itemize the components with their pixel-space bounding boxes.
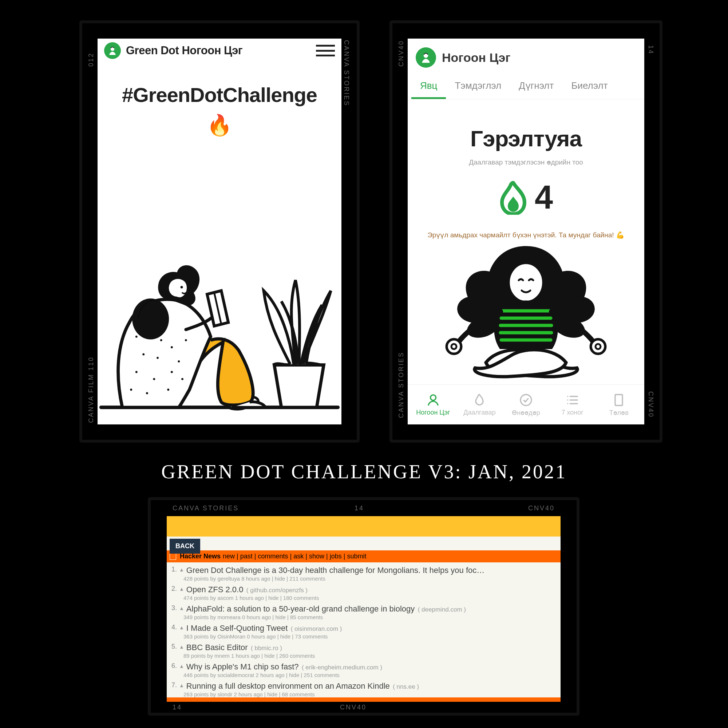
hn-story-domain[interactable]: ( deepmind.com ) (418, 606, 466, 613)
film-label: CNV40 (398, 40, 405, 67)
nav-label: 7 хоног (561, 409, 583, 416)
svg-rect-29 (615, 395, 622, 405)
film-label: CANVA FILM 110 (87, 356, 95, 423)
hn-story-title[interactable]: AlphaFold: a solution to a 50-year-old g… (187, 604, 414, 613)
hn-nav-link[interactable]: comments (258, 552, 288, 560)
tab-summary[interactable]: Дүгнэлт (510, 73, 562, 99)
hn-story-meta[interactable]: 89 points by mnem 1 hours ago | hide | 2… (169, 653, 557, 660)
nav-item-today[interactable]: Өнөөдөр (503, 393, 549, 417)
film-label: CNV40 (647, 391, 655, 418)
svg-point-22 (509, 263, 543, 302)
hn-story-title[interactable]: I Made a Self-Quoting Tweet (187, 624, 288, 633)
svg-point-15 (177, 360, 180, 362)
film-label: 14 (355, 505, 364, 512)
hn-story-row: 5. ▲ BBC Basic Editor ( bbmic.ro ) (169, 641, 557, 653)
upvote-icon[interactable]: ▲ (179, 624, 184, 630)
screenshot-hackernews: CANVA STORIES 14 CNV40 14 CNV40 BACK Hac… (148, 497, 580, 716)
hn-top-nav: Hacker News new | past | comments | ask … (167, 551, 561, 562)
upvote-icon[interactable]: ▲ (179, 643, 184, 650)
hn-story-domain[interactable]: ( nns.ee ) (393, 683, 419, 690)
hn-story-meta[interactable]: 474 points by ascom 1 hours ago | hide |… (169, 595, 557, 603)
hn-story-meta[interactable]: 363 points by OisinMoran 0 hours ago | h… (169, 633, 557, 641)
svg-point-5 (160, 339, 162, 341)
svg-point-6 (142, 353, 145, 355)
hn-rank: 2. (169, 585, 177, 593)
hn-story-meta[interactable]: 349 points by momeara 0 hours ago | hide… (169, 614, 557, 622)
hn-nav-link[interactable]: new (223, 552, 235, 560)
upvote-icon[interactable]: ▲ (179, 566, 184, 573)
screenshot-landing: CANVA FILM 110 012 CANVA STORIES Green D… (80, 20, 359, 443)
hn-story-domain[interactable]: ( erik-engheim.medium.com ) (302, 664, 382, 671)
hn-story-title[interactable]: BBC Basic Editor (187, 643, 248, 652)
hn-rank: 6. (169, 662, 177, 670)
svg-point-11 (171, 371, 173, 373)
nav-label: Даалгавар (463, 409, 496, 416)
nav-item-status[interactable]: Төлөв (595, 393, 642, 417)
hn-story-title[interactable]: Open ZFS 2.0.0 (187, 585, 243, 594)
tab-progress[interactable]: Явц (411, 73, 446, 99)
hn-story-title[interactable]: Why is Apple's M1 chip so fast? (187, 662, 299, 671)
hn-rank: 4. (169, 624, 177, 631)
hn-site-name[interactable]: Hacker News (180, 552, 220, 560)
svg-point-26 (595, 344, 601, 349)
nav-item-tasks[interactable]: Даалгавар (456, 393, 503, 416)
upvote-icon[interactable]: ▲ (179, 662, 184, 669)
nav-label: Төлөв (609, 409, 629, 417)
hn-story-meta[interactable]: 446 points by socialdemocrat 2 hours ago… (169, 672, 557, 680)
hn-nav-links: new | past | comments | ask | show | job… (223, 552, 366, 560)
hn-story-meta[interactable]: 428 points by gereltuya 8 hours ago | hi… (169, 575, 557, 583)
hn-story-row: 4. ▲ I Made a Self-Quoting Tweet ( oisin… (169, 622, 557, 633)
svg-point-27 (430, 395, 436, 401)
tab-achievement[interactable]: Биелэлт (562, 73, 616, 99)
hn-nav-link[interactable]: jobs (330, 552, 342, 560)
nav-item-week[interactable]: 7 хоног (549, 393, 596, 416)
meditation-illustration (408, 242, 644, 381)
svg-point-9 (135, 371, 138, 373)
hn-story-row: 3. ▲ AlphaFold: a solution to a 50-year-… (169, 603, 557, 614)
svg-point-28 (520, 395, 531, 405)
hn-story-domain[interactable]: ( oisinmoran.com ) (291, 626, 342, 632)
svg-point-7 (156, 357, 159, 359)
back-button[interactable]: BACK (170, 539, 200, 554)
check-circle-icon (519, 393, 533, 407)
menu-button[interactable] (316, 45, 335, 57)
film-label: CANVA STORIES (398, 352, 405, 418)
film-label: CNV40 (340, 704, 367, 711)
svg-point-18 (180, 286, 183, 289)
svg-point-13 (146, 392, 148, 394)
hn-story-row: 6. ▲ Why is Apple's M1 chip so fast? ( e… (169, 660, 557, 672)
hn-nav-link[interactable]: ask (294, 552, 304, 560)
user-icon (426, 393, 440, 407)
brand-title: Ногоон Цэг (442, 50, 510, 65)
hn-story-domain[interactable]: ( bbmic.ro ) (251, 645, 282, 652)
film-label: 012 (87, 52, 95, 67)
hn-story-domain[interactable]: ( github.com/openzfs ) (246, 587, 307, 594)
hn-rank: 3. (169, 604, 177, 612)
hero-illustration (98, 220, 341, 424)
brand-logo-icon (104, 42, 121, 59)
tab-notes[interactable]: Тэмдэглэл (446, 73, 510, 99)
tab-bar: Явц Тэмдэглэл Дүгнэлт Биелэлт (408, 73, 644, 99)
svg-point-3 (135, 336, 138, 338)
upvote-icon[interactable]: ▲ (179, 585, 184, 592)
svg-point-17 (181, 378, 184, 380)
brand-title: Green Dot Ногоон Цэг (126, 44, 242, 57)
upvote-icon[interactable]: ▲ (179, 604, 184, 611)
nav-label: Ногоон Цэг (416, 409, 450, 416)
hn-story-row: 1. ▲ Green Dot Challenge is a 30-day hea… (169, 564, 557, 575)
banner (167, 516, 561, 537)
upvote-icon[interactable]: ▲ (179, 681, 184, 688)
svg-point-14 (167, 389, 169, 391)
svg-point-10 (153, 378, 155, 380)
streak-subtitle: Даалгавар тэмдэглэсэн өдрийн тоо (408, 158, 644, 166)
hn-nav-link[interactable]: show (309, 552, 324, 560)
hn-footer-bar (167, 697, 561, 702)
hn-nav-link[interactable]: submit (347, 552, 366, 560)
hn-logo-icon (170, 553, 176, 560)
hn-story-title[interactable]: Green Dot Challenge is a 30-day health c… (187, 566, 485, 575)
hn-nav-link[interactable]: past (240, 552, 252, 560)
nav-label: Өнөөдөр (512, 409, 540, 417)
hn-story-title[interactable]: Running a full desktop environment on an… (187, 681, 390, 691)
nav-item-home[interactable]: Ногоон Цэг (410, 393, 456, 416)
brand-logo-icon (416, 47, 436, 68)
